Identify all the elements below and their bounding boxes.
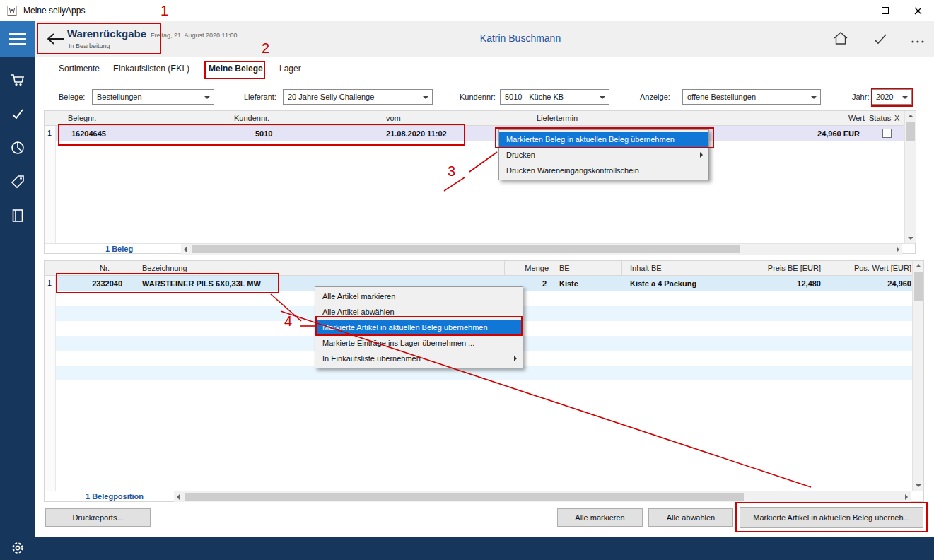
window-controls — [836, 0, 934, 21]
minimize-icon — [849, 11, 856, 11]
menu-item-alle-abwaehlen[interactable]: Alle Artikel abwählen — [315, 304, 523, 320]
cell-inhalt-be: Kiste a 4 Packung — [630, 276, 696, 291]
tab-lager[interactable]: Lager — [279, 64, 301, 74]
scroll-down-arrow[interactable] — [908, 237, 913, 240]
page-datetime: Freitag, 21. August 2020 11:00 — [151, 32, 237, 39]
cell-pos-wert: 24,960 — [835, 276, 911, 291]
tab-meine-belege[interactable]: Meine Belege — [209, 64, 263, 74]
artikel-context-menu: Alle Artikel markieren Alle Artikel abwä… — [315, 286, 523, 368]
col-inhalt-be[interactable]: Inhalt BE — [630, 261, 662, 275]
scrollbar-thumb[interactable] — [185, 493, 744, 501]
filter-label-kundennr: Kundennr: — [460, 93, 496, 101]
pie-chart-icon[interactable] — [10, 140, 25, 156]
col-liefertermin[interactable]: Liefertermin — [537, 111, 578, 125]
col-wert[interactable]: Wert — [752, 111, 865, 125]
menu-item-drucken[interactable]: Drucken — [499, 147, 708, 163]
col-x[interactable]: X — [894, 111, 899, 125]
beleg-context-menu: Markierten Beleg in aktuellen Beleg über… — [498, 129, 709, 180]
positionen-horizontal-scrollbar[interactable] — [174, 491, 911, 502]
maximize-button[interactable] — [869, 0, 901, 21]
col-belegnr[interactable]: Belegnr. — [68, 111, 96, 125]
price-tag-icon[interactable] — [10, 174, 25, 189]
col-status[interactable]: Status — [869, 111, 891, 125]
home-icon — [833, 31, 848, 45]
back-arrow-icon — [45, 32, 65, 46]
row-number: 1 — [47, 129, 52, 137]
scrollbar-thumb[interactable] — [906, 122, 915, 141]
belege-horizontal-scrollbar[interactable] — [181, 244, 902, 255]
window-title: Meine sellyApps — [23, 6, 85, 16]
alle-markieren-button[interactable]: Alle markieren — [557, 508, 643, 527]
col-bezeichnung[interactable]: Bezeichnung — [142, 261, 187, 275]
cell-vom: 21.08.2020 11:02 — [386, 126, 447, 141]
menu-item-in-einkaufsliste[interactable]: In Einkaufsliste übernehmen — [315, 351, 523, 366]
col-nr[interactable]: Nr. — [100, 261, 110, 275]
scroll-right-arrow[interactable] — [905, 494, 908, 500]
belege-table: Belegnr. Kundennr. vom Liefertermin Wert… — [44, 110, 916, 254]
confirm-button[interactable] — [873, 33, 887, 46]
belege-table-header: Belegnr. Kundennr. vom Liefertermin Wert… — [45, 111, 915, 126]
scroll-left-arrow[interactable] — [184, 247, 187, 252]
back-button[interactable] — [45, 32, 65, 47]
jahr-dropdown[interactable]: 2020 — [871, 89, 912, 105]
settings-gear-icon[interactable] — [10, 540, 25, 556]
close-button[interactable] — [901, 0, 934, 21]
catalog-icon[interactable] — [10, 208, 25, 223]
lieferant-dropdown[interactable]: 20 Jahre Selly Challenge — [283, 89, 433, 105]
row-number: 1 — [47, 279, 52, 287]
beleg-count: 1 Beleg — [105, 245, 133, 253]
belege-dropdown[interactable]: Bestellungen — [92, 89, 214, 105]
alle-abwaehlen-button[interactable]: Alle abwählen — [648, 508, 733, 527]
col-pos-wert[interactable]: Pos.-Wert [EUR] — [835, 261, 911, 275]
menu-item-artikel-uebernehmen[interactable]: Markierte Artikel in aktuellen Beleg übe… — [315, 320, 523, 335]
belege-vertical-scrollbar[interactable] — [904, 111, 916, 243]
anzeige-dropdown[interactable]: offene Bestellungen — [682, 89, 821, 105]
filter-label-belege: Belege: — [59, 93, 85, 101]
checkmark-icon[interactable] — [10, 106, 25, 122]
menu-item-ins-lager[interactable]: Markierte Einträge ins Lager übernehmen … — [315, 335, 523, 351]
app-window: Meine sellyApps — [0, 0, 934, 560]
empty-row — [56, 380, 912, 395]
menu-item-alle-markieren[interactable]: Alle Artikel markieren — [315, 288, 523, 304]
scrollbar-thumb[interactable] — [192, 245, 740, 253]
submenu-arrow-icon — [514, 356, 517, 361]
beleg-table-row[interactable]: 16204645 5010 21.08.2020 11:02 24,960 EU… — [56, 126, 904, 141]
cell-preis-be: 12,480 — [741, 276, 821, 291]
uebernehmen-button[interactable]: Markierte Artikel in aktuellen Beleg übe… — [740, 507, 923, 528]
home-button[interactable] — [833, 31, 848, 47]
col-be[interactable]: BE — [559, 261, 570, 275]
cell-wert: 24,960 EUR — [752, 126, 860, 141]
scrollbar-thumb[interactable] — [914, 272, 923, 301]
selly-app-icon — [6, 5, 18, 16]
tab-sortimente[interactable]: Sortimente — [59, 64, 100, 74]
more-options-button[interactable] — [911, 37, 925, 45]
filter-label-lieferant: Lieferant: — [244, 93, 276, 101]
scroll-up-arrow[interactable] — [908, 115, 913, 117]
titlebar: Meine sellyApps — [0, 0, 934, 21]
tab-einkaufslisten[interactable]: Einkaufslisten (EKL) — [113, 64, 189, 74]
col-vom[interactable]: vom — [386, 111, 401, 125]
scroll-right-arrow[interactable] — [897, 247, 899, 252]
col-menge[interactable]: Menge — [469, 261, 549, 275]
maximize-icon — [882, 7, 889, 14]
kundennr-dropdown[interactable]: 5010 - Küche KB — [500, 89, 609, 105]
filter-bar: Belege: Bestellungen Lieferant: 20 Jahre… — [35, 80, 934, 110]
close-icon — [914, 7, 922, 15]
druckreports-button[interactable]: Druckreports... — [45, 508, 151, 527]
position-count: 1 Belegposition — [86, 492, 144, 501]
positionen-vertical-scrollbar[interactable] — [912, 261, 923, 491]
scroll-down-arrow[interactable] — [916, 484, 921, 487]
cart-icon[interactable] — [10, 72, 25, 88]
menu-item-beleg-uebernehmen[interactable]: Markierten Beleg in aktuellen Beleg über… — [499, 132, 708, 147]
row-number-gutter — [45, 126, 56, 243]
bottom-bar — [35, 537, 934, 560]
scroll-up-arrow[interactable] — [916, 264, 921, 267]
menu-item-drucken-kontrollschein[interactable]: Drucken Wareneingangskontrollschein — [499, 163, 708, 178]
minimize-button[interactable] — [836, 0, 869, 21]
col-kundennr[interactable]: Kundennr. — [234, 111, 269, 125]
scroll-left-arrow[interactable] — [177, 494, 180, 500]
status-checkbox[interactable] — [882, 129, 892, 138]
col-preis-be[interactable]: Preis BE [EUR] — [741, 261, 821, 275]
menu-toggle-button[interactable] — [0, 21, 35, 57]
ellipsis-icon — [911, 40, 925, 44]
